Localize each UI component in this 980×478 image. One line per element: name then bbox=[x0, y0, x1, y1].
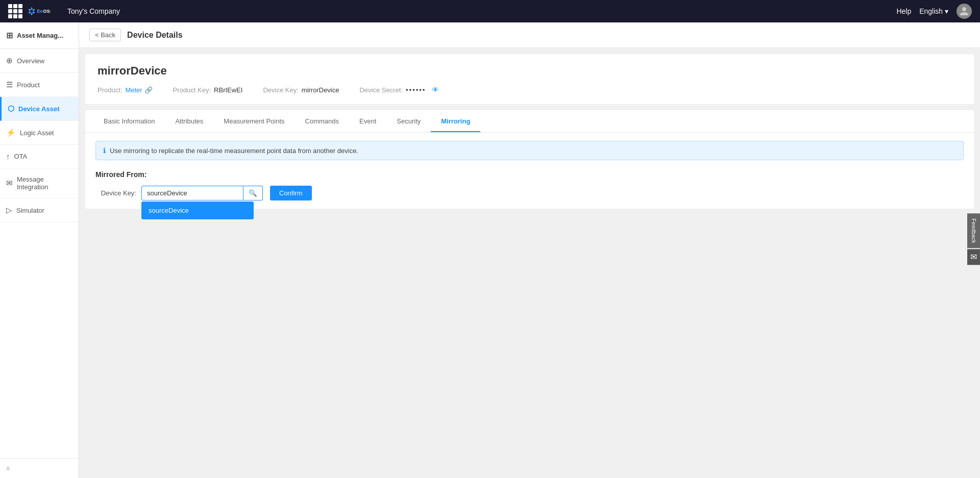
enos-logo: En OS ® bbox=[29, 6, 59, 16]
tab-commands[interactable]: Commands bbox=[295, 110, 349, 132]
tab-mirroring[interactable]: Mirroring bbox=[431, 110, 480, 132]
sidebar-item-logic-asset[interactable]: ⚡ Logic Asset bbox=[0, 121, 79, 145]
asset-management-icon: ⊞ bbox=[6, 31, 13, 40]
simulator-icon: ▷ bbox=[6, 206, 12, 215]
device-secret-value: •••••• bbox=[406, 86, 426, 94]
info-banner-text: Use mirroring to replicate the real-time… bbox=[110, 147, 358, 155]
logic-asset-icon: ⚡ bbox=[6, 128, 16, 137]
device-key-form-row: Device Key: 🔍 sourceDevice Confirm bbox=[95, 186, 964, 200]
device-card: mirrorDevice Product: Meter 🔗 Product Ke… bbox=[85, 54, 974, 104]
toggle-secret-icon[interactable]: 👁 bbox=[432, 86, 439, 94]
page-title: Device Details bbox=[127, 31, 183, 40]
device-secret-label: Device Secret: bbox=[359, 86, 403, 94]
product-value[interactable]: Meter 🔗 bbox=[125, 86, 152, 94]
ota-icon: ↑ bbox=[6, 152, 10, 161]
main-content: < Back Device Details mirrorDevice Produ… bbox=[79, 22, 980, 478]
device-secret-meta: Device Secret: •••••• 👁 bbox=[359, 86, 439, 94]
product-key-meta: Product Key: RBrIEwEI bbox=[173, 86, 243, 94]
page-header: < Back Device Details bbox=[79, 22, 980, 48]
back-button[interactable]: < Back bbox=[89, 29, 121, 41]
top-navigation: En OS ® Tony's Company Help English ▾ bbox=[0, 0, 980, 22]
svg-point-6 bbox=[29, 12, 30, 14]
sidebar-item-device-asset[interactable]: ⬡ Device Asset bbox=[0, 97, 79, 121]
tab-basic-information[interactable]: Basic Information bbox=[93, 110, 165, 132]
sidebar-item-label: Simulator bbox=[16, 207, 44, 214]
device-metadata: Product: Meter 🔗 Product Key: RBrIEwEI D… bbox=[97, 86, 962, 94]
svg-point-4 bbox=[29, 9, 30, 11]
overview-icon: ⊕ bbox=[6, 56, 13, 65]
svg-point-1 bbox=[31, 8, 33, 9]
tab-measurement-points[interactable]: Measurement Points bbox=[213, 110, 295, 132]
dropdown-item-source-device[interactable]: sourceDevice bbox=[141, 202, 254, 219]
device-key-meta: Device Key: mirrorDevice bbox=[263, 86, 339, 94]
search-button[interactable]: 🔍 bbox=[243, 186, 263, 200]
mirrored-from-title: Mirrored From: bbox=[95, 170, 964, 179]
tab-event[interactable]: Event bbox=[349, 110, 386, 132]
info-banner: ℹ Use mirroring to replicate the real-ti… bbox=[95, 141, 964, 160]
tabs-header: Basic Information Attributes Measurement… bbox=[85, 110, 974, 133]
mail-icon: ✉ bbox=[970, 252, 977, 262]
sidebar-item-product[interactable]: ☰ Product bbox=[0, 73, 79, 97]
tab-attributes[interactable]: Attributes bbox=[165, 110, 213, 132]
feedback-mail-button[interactable]: ✉ bbox=[967, 249, 980, 265]
tab-security[interactable]: Security bbox=[386, 110, 431, 132]
product-key-value: RBrIEwEI bbox=[214, 86, 242, 94]
svg-text:En: En bbox=[37, 9, 43, 14]
device-key-input-wrapper: 🔍 sourceDevice bbox=[141, 186, 263, 200]
product-label: Product: bbox=[97, 86, 122, 94]
sidebar: ⊞ Asset Manag... ⊕ Overview ☰ Product ⬡ … bbox=[0, 22, 79, 478]
device-key-input[interactable] bbox=[141, 186, 243, 200]
language-selector[interactable]: English ▾ bbox=[919, 7, 948, 15]
feedback-button[interactable]: Feedback bbox=[967, 213, 980, 248]
product-meta: Product: Meter 🔗 bbox=[97, 86, 153, 94]
sidebar-item-label: Logic Asset bbox=[20, 129, 54, 137]
device-key-form-label: Device Key: bbox=[95, 189, 136, 197]
sidebar-item-label: Product bbox=[17, 81, 40, 89]
sidebar-item-label: Message Integration bbox=[17, 175, 72, 191]
sidebar-item-overview[interactable]: ⊕ Overview bbox=[0, 49, 79, 73]
external-link-icon: 🔗 bbox=[144, 86, 153, 94]
help-link[interactable]: Help bbox=[896, 7, 911, 15]
sidebar-header-label: Asset Manag... bbox=[17, 32, 63, 39]
device-name: mirrorDevice bbox=[97, 64, 962, 78]
collapse-icon: ≡ bbox=[6, 465, 10, 472]
svg-point-5 bbox=[33, 12, 35, 14]
sidebar-item-label: Overview bbox=[17, 57, 44, 65]
feedback-panel: Feedback ✉ bbox=[967, 213, 980, 265]
info-icon: ℹ bbox=[103, 146, 106, 155]
svg-point-3 bbox=[33, 9, 35, 11]
tab-content-mirroring: ℹ Use mirroring to replicate the real-ti… bbox=[85, 133, 974, 209]
svg-point-0 bbox=[30, 9, 34, 13]
device-key-dropdown: sourceDevice bbox=[141, 202, 254, 219]
sidebar-item-ota[interactable]: ↑ OTA bbox=[0, 145, 79, 168]
device-key-value: mirrorDevice bbox=[302, 86, 339, 94]
sidebar-item-simulator[interactable]: ▷ Simulator bbox=[0, 198, 79, 222]
company-name: Tony's Company bbox=[67, 7, 120, 15]
sidebar-item-label: Device Asset bbox=[18, 105, 59, 113]
sidebar-item-label: OTA bbox=[14, 153, 28, 160]
svg-text:®: ® bbox=[48, 10, 51, 13]
sidebar-item-message-integration[interactable]: ✉ Message Integration bbox=[0, 168, 79, 198]
app-grid-icon[interactable] bbox=[8, 4, 22, 18]
message-integration-icon: ✉ bbox=[6, 179, 13, 188]
device-asset-icon: ⬡ bbox=[8, 104, 14, 113]
sidebar-header[interactable]: ⊞ Asset Manag... bbox=[0, 22, 79, 49]
product-icon: ☰ bbox=[6, 80, 13, 89]
search-icon: 🔍 bbox=[249, 189, 257, 197]
product-key-label: Product Key: bbox=[173, 86, 211, 94]
confirm-button[interactable]: Confirm bbox=[270, 186, 312, 200]
user-avatar[interactable] bbox=[957, 4, 972, 19]
svg-point-2 bbox=[31, 14, 33, 15]
sidebar-collapse[interactable]: ≡ bbox=[0, 458, 79, 478]
nav-right: Help English ▾ bbox=[896, 4, 972, 19]
device-key-label: Device Key: bbox=[263, 86, 298, 94]
tabs-panel: Basic Information Attributes Measurement… bbox=[85, 110, 974, 209]
